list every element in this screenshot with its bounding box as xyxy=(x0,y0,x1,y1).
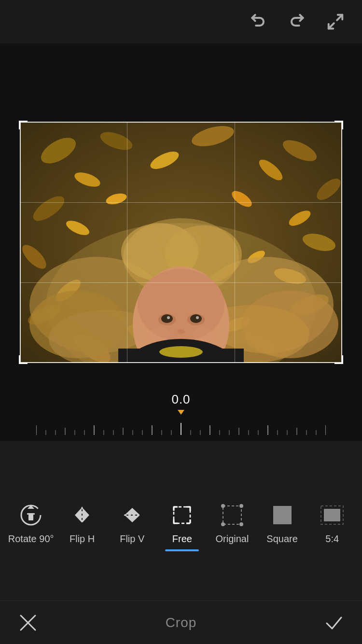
5-4-icon xyxy=(318,501,347,530)
original-label: Original xyxy=(216,533,249,545)
svg-marker-93 xyxy=(125,508,139,515)
tool-flip-v[interactable]: Flip V xyxy=(111,501,154,551)
flip-v-label: Flip V xyxy=(120,533,144,545)
flip-h-label: Flip H xyxy=(70,533,95,545)
svg-point-106 xyxy=(239,504,243,508)
svg-rect-95 xyxy=(174,507,190,523)
cancel-button[interactable] xyxy=(14,609,41,636)
action-bar: Crop xyxy=(0,601,362,644)
undo-button[interactable] xyxy=(246,10,270,34)
tool-rotate[interactable]: Rotate 90° xyxy=(8,501,54,551)
flip-v-indicator xyxy=(115,549,149,551)
svg-point-48 xyxy=(149,327,170,341)
rotate-label: Rotate 90° xyxy=(8,533,54,545)
svg-rect-111 xyxy=(324,509,340,521)
svg-point-107 xyxy=(221,522,225,526)
expand-button[interactable] xyxy=(323,10,348,34)
rotate-indicator xyxy=(14,549,48,551)
svg-point-47 xyxy=(177,329,185,334)
free-icon xyxy=(167,501,196,530)
free-indicator xyxy=(165,549,199,551)
svg-marker-94 xyxy=(125,516,139,522)
redo-button[interactable] xyxy=(285,10,309,34)
5-4-indicator xyxy=(315,549,349,551)
top-toolbar xyxy=(0,0,362,43)
dial-area: 0.0 xyxy=(0,388,362,441)
square-indicator xyxy=(265,549,299,551)
tool-flip-h[interactable]: Flip H xyxy=(60,501,104,551)
dial-value: 0.0 xyxy=(171,392,190,407)
5-4-label: 5:4 xyxy=(325,533,339,545)
tool-original[interactable]: Original xyxy=(210,501,254,551)
original-icon xyxy=(218,501,247,530)
svg-marker-90 xyxy=(75,508,82,522)
flip-v-icon xyxy=(118,501,147,530)
free-label: Free xyxy=(172,533,192,545)
action-title: Crop xyxy=(166,615,197,630)
svg-rect-87 xyxy=(28,515,33,520)
svg-point-46 xyxy=(196,316,199,319)
confirm-button[interactable] xyxy=(321,609,348,636)
square-label: Square xyxy=(266,533,298,545)
svg-point-108 xyxy=(239,522,243,526)
svg-point-44 xyxy=(190,314,202,323)
square-icon xyxy=(268,501,297,530)
image-area: M xyxy=(0,43,362,441)
svg-text:M: M xyxy=(155,361,167,363)
svg-point-45 xyxy=(167,316,170,319)
photo-background: M xyxy=(20,122,342,363)
svg-point-43 xyxy=(161,314,173,323)
dial-ruler[interactable] xyxy=(36,416,326,440)
svg-point-105 xyxy=(221,504,225,508)
flip-h-indicator xyxy=(65,549,99,551)
bottom-toolbar: Rotate 90° Flip H xyxy=(0,441,362,644)
tool-5-4[interactable]: 5:4 xyxy=(310,501,354,551)
tools-row: Rotate 90° Flip H xyxy=(0,441,362,601)
flip-h-icon xyxy=(68,501,97,530)
svg-point-53 xyxy=(159,346,203,358)
original-indicator xyxy=(215,549,249,551)
rotate-icon xyxy=(16,501,45,530)
svg-marker-91 xyxy=(83,508,89,522)
svg-point-49 xyxy=(193,327,214,341)
crop-container[interactable]: M xyxy=(20,122,342,363)
tool-free[interactable]: Free xyxy=(160,501,204,551)
dial-indicator xyxy=(178,410,184,415)
svg-rect-88 xyxy=(27,513,35,515)
svg-rect-109 xyxy=(273,506,292,524)
svg-rect-104 xyxy=(223,506,241,524)
tool-square[interactable]: Square xyxy=(261,501,304,551)
